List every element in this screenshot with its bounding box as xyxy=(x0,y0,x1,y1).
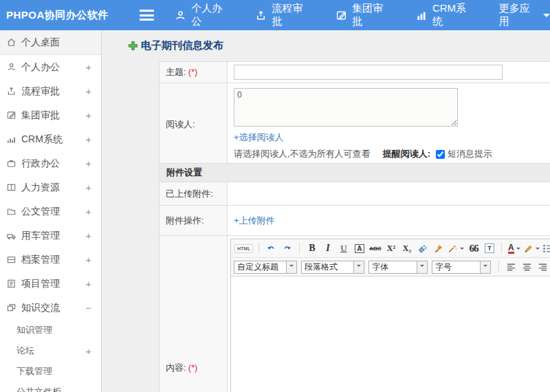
toolbar-separator xyxy=(299,243,300,254)
paste-text-button[interactable]: T xyxy=(482,241,496,256)
strikethrough-button[interactable]: ABC xyxy=(368,241,382,256)
sidebar-item-label: 知识交流 xyxy=(21,302,85,314)
subject-label-cell: 主题:(*) xyxy=(160,62,228,83)
caret-down-icon xyxy=(460,248,464,252)
subscript-button[interactable]: X₂ xyxy=(399,241,414,256)
expand-indicator[interactable]: + xyxy=(85,85,91,97)
book-icon xyxy=(6,182,17,193)
underline-button[interactable]: U xyxy=(336,241,351,256)
auto-typeset-icon[interactable] xyxy=(447,241,465,256)
toolbar-separator xyxy=(258,243,259,254)
caret-down-icon xyxy=(286,261,296,273)
collapse-indicator[interactable]: − xyxy=(85,302,91,314)
nav-label: 个人办公 xyxy=(191,2,230,28)
readers-hint: 请选择阅读人,不选为所有人可查看 xyxy=(234,148,371,160)
expand-indicator[interactable]: + xyxy=(85,133,91,145)
person-icon xyxy=(6,62,17,72)
align-right-icon[interactable] xyxy=(536,260,550,274)
top-nav: 个人办公 流程审批 集团审批 CRM系统 更多应用 xyxy=(175,2,550,28)
expand-indicator[interactable]: + xyxy=(85,254,91,265)
required-mark: (*) xyxy=(188,67,198,77)
sidebar-item-label: 个人桌面 xyxy=(21,36,91,49)
font-family-select[interactable]: 字体 xyxy=(368,261,428,274)
expand-indicator[interactable]: + xyxy=(85,182,91,193)
nav-more-apps[interactable]: 更多应用 xyxy=(499,2,550,28)
font-color-button[interactable]: A xyxy=(507,241,521,256)
sidebar-item-label: 流程审批 xyxy=(21,85,85,98)
expand-indicator[interactable]: + xyxy=(85,230,91,241)
italic-button[interactable]: I xyxy=(320,241,335,256)
html-source-button[interactable]: HTML xyxy=(234,241,254,256)
highlight-color-icon[interactable] xyxy=(522,241,540,256)
select-readers-link[interactable]: +选择阅读人 xyxy=(234,131,550,144)
editor-content-area[interactable] xyxy=(231,276,550,392)
sidebar-subitem-knowledge-mgmt[interactable]: 知识管理 xyxy=(0,320,101,340)
nav-label: CRM系统 xyxy=(432,2,474,28)
expand-indicator[interactable]: + xyxy=(85,206,91,217)
font-size-select[interactable]: 字号 xyxy=(432,261,491,274)
content-editor-cell: HTML B I U A xyxy=(228,236,550,392)
sidebar-item-label: 行政办公 xyxy=(21,157,85,170)
sidebar-item-document-mgmt[interactable]: 公文管理 + xyxy=(0,199,101,224)
caret-down-icon xyxy=(516,248,520,252)
subject-input[interactable] xyxy=(234,65,503,80)
sidebar-item-personal-desktop[interactable]: 个人桌面 xyxy=(0,30,101,55)
sms-notify-checkbox[interactable] xyxy=(436,150,445,159)
sms-notify-label: 短消息提示 xyxy=(448,148,492,160)
expand-indicator[interactable]: + xyxy=(85,345,91,357)
edit-icon xyxy=(6,110,17,120)
expand-indicator[interactable]: + xyxy=(85,278,91,290)
sidebar-item-hr[interactable]: 人力资源 + xyxy=(0,175,101,199)
nav-workflow-approval[interactable]: 流程审批 xyxy=(255,2,311,28)
sidebar-subitem-public-file-cabinet[interactable]: 公共文件柜 xyxy=(0,382,101,392)
sidebar-item-admin-office[interactable]: 行政办公 + xyxy=(0,151,101,175)
ordered-list-icon[interactable] xyxy=(542,241,550,256)
required-mark: (*) xyxy=(188,362,198,373)
sidebar-item-vehicle-mgmt[interactable]: 用车管理 + xyxy=(0,224,101,248)
redo-icon[interactable] xyxy=(280,241,294,256)
align-center-icon[interactable] xyxy=(520,260,534,274)
person-icon xyxy=(175,10,186,21)
sidebar-item-crm[interactable]: CRM系统 + xyxy=(0,127,101,151)
nav-crm-system[interactable]: CRM系统 xyxy=(416,2,474,28)
nav-personal-office[interactable]: 个人办公 xyxy=(175,2,230,28)
sidebar-item-label: 公文管理 xyxy=(21,206,85,218)
font-border-button[interactable]: A xyxy=(352,241,366,256)
nav-group-approval[interactable]: 集团审批 xyxy=(336,2,391,28)
expand-indicator[interactable]: + xyxy=(85,61,91,73)
top-header: PHPOA协同办公软件 个人办公 流程审批 集团审批 CRM系统 xyxy=(0,0,550,30)
readers-textarea[interactable]: 0 xyxy=(234,88,458,127)
undo-icon[interactable] xyxy=(264,241,278,256)
blockquote-button[interactable]: 66 xyxy=(466,241,481,256)
sidebar-subitem-label: 论坛 xyxy=(16,345,85,357)
subject-field-cell xyxy=(228,62,550,83)
nav-label: 更多应用 xyxy=(499,2,538,28)
sidebar-item-workflow-approval[interactable]: 流程审批 + xyxy=(0,79,101,103)
caret-down-icon xyxy=(543,14,550,21)
superscript-button[interactable]: X² xyxy=(384,241,398,256)
briefcase-icon xyxy=(6,158,17,168)
format-brush-icon[interactable] xyxy=(431,241,446,256)
sidebar-item-project-mgmt[interactable]: 项目管理 + xyxy=(0,272,101,296)
align-left-icon[interactable] xyxy=(504,260,518,274)
sidebar-item-label: 用车管理 xyxy=(21,230,85,242)
sidebar-item-archive-mgmt[interactable]: 档案管理 + xyxy=(0,248,101,272)
sidebar-subitem-forum[interactable]: 论坛 + xyxy=(0,340,101,361)
bold-button[interactable]: B xyxy=(305,241,319,256)
menu-toggle-icon[interactable] xyxy=(140,10,154,21)
sidebar-item-knowledge-exchange[interactable]: 知识交流 − xyxy=(0,296,101,320)
paragraph-format-select[interactable]: 段落格式 xyxy=(301,261,364,274)
sidebar-item-personal-office[interactable]: 个人办公 + xyxy=(0,55,101,79)
custom-title-select[interactable]: 自定义标题 xyxy=(234,261,297,274)
upload-attachment-link[interactable]: +上传附件 xyxy=(234,215,275,226)
sidebar-item-label: 档案管理 xyxy=(21,254,85,266)
eraser-icon[interactable] xyxy=(415,241,430,256)
expand-indicator[interactable]: + xyxy=(85,109,91,121)
expand-indicator[interactable]: + xyxy=(85,157,91,169)
sidebar-subitem-download-mgmt[interactable]: 下载管理 xyxy=(0,361,101,382)
document-icon xyxy=(6,279,17,289)
sidebar-item-group-approval[interactable]: 集团审批 + xyxy=(0,103,101,127)
sidebar-item-label: 集团审批 xyxy=(21,109,85,122)
attachment-op-label: 附件操作: xyxy=(160,206,228,236)
toolbar-separator xyxy=(501,243,502,254)
